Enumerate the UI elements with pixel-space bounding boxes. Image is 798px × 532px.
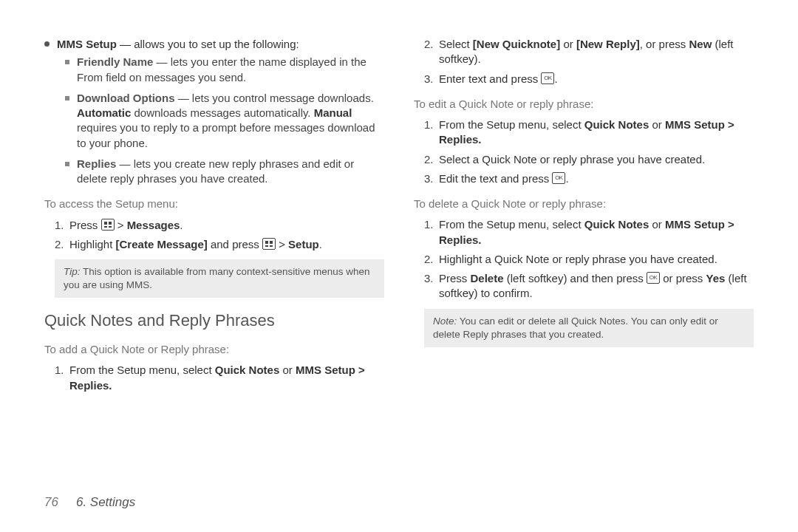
lead-delete-quicknote: To delete a Quick Note or reply phrase: [414,197,754,211]
chapter-title: 6. Settings [76,495,135,510]
lead-edit-quicknote: To edit a Quick Note or reply phrase: [414,97,754,112]
step-del-3: 3. Press Delete (left softkey) and then … [414,271,754,301]
bullet-square-icon [65,96,69,100]
two-column-layout: MMS Setup — allows you to set up the fol… [44,37,754,483]
document-page: MMS Setup — allows you to set up the fol… [0,0,798,532]
step-add-2: 2. Select [New Quicknote] or [New Reply]… [414,37,754,67]
label-bold: MMS Setup [57,38,117,50]
mms-setup-text: MMS Setup — allows you to set up the fol… [57,37,299,52]
bullet-square-icon [65,60,69,64]
sub-download-options: Download Options — lets you control mess… [44,91,384,151]
step-add-1: 1. From the Setup menu, select Quick Not… [44,363,384,393]
bullet-mms-setup: MMS Setup — allows you to set up the fol… [44,37,384,52]
step-del-1: 1. From the Setup menu, select Quick Not… [414,217,754,248]
step-edit-2: 2. Select a Quick Note or reply phrase y… [414,152,754,167]
menu-key-icon [101,219,115,231]
step-del-2: 2. Highlight a Quick Note or reply phras… [414,252,754,267]
step-add-3: 3. Enter text and press . [414,72,754,86]
ok-key-icon [647,272,660,284]
step-access-2: 2. Highlight [Create Message] and press … [44,237,384,252]
right-column: 2. Select [New Quicknote] or [New Reply]… [414,37,754,483]
lead-add-quicknote: To add a Quick Note or Reply phrase: [44,342,384,357]
page-number: 76 [44,495,58,510]
ok-key-icon [552,172,565,184]
lead-access-setup: To access the Setup menu: [44,197,384,211]
page-footer: 76 6. Settings [44,483,754,510]
note-box: Note: You can edit or delete all Quick N… [424,309,754,347]
step-edit-1: 1. From the Setup menu, select Quick Not… [414,117,754,148]
section-heading-quick-notes: Quick Notes and Reply Phrases [44,310,384,332]
ok-key-icon [541,72,554,84]
sub-replies: Replies — lets you create new reply phra… [44,157,384,187]
step-access-1: 1. Press > Messages. [44,218,384,233]
bullet-disc-icon [44,41,50,47]
step-edit-3: 3. Edit the text and press . [414,171,754,186]
sub-friendly-name: Friendly Name — lets you enter the name … [44,55,384,85]
menu-key-icon [262,238,276,250]
tip-box: Tip: This option is available from many … [55,259,384,298]
left-column: MMS Setup — allows you to set up the fol… [44,37,384,483]
bullet-square-icon [65,162,69,166]
